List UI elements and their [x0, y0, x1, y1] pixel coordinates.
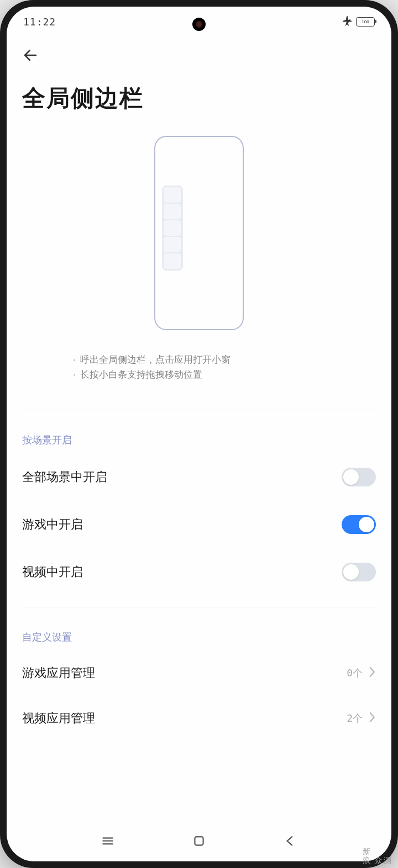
page-title: 全局侧边栏 — [7, 72, 391, 130]
battery-level: 100 — [357, 19, 374, 24]
setting-label: 视频中开启 — [22, 564, 83, 580]
status-time: 11:22 — [23, 16, 56, 28]
nav-home-icon[interactable] — [192, 834, 206, 848]
hint-line-1: 呼出全局侧边栏，点击应用打开小窗 — [73, 352, 325, 367]
setting-label: 游戏应用管理 — [22, 665, 95, 681]
setting-label: 视频应用管理 — [22, 710, 95, 727]
toggle-all-scenes[interactable] — [342, 468, 376, 486]
count-value: 2个 — [347, 712, 363, 725]
mock-phone-outline — [154, 136, 244, 330]
sidebar-cell — [164, 204, 181, 219]
sidebar-cell — [164, 220, 181, 236]
chevron-right-icon — [368, 711, 376, 726]
section-header-custom: 自定义设置 — [7, 607, 391, 650]
setting-row-video[interactable]: 视频中开启 — [7, 548, 391, 596]
sidebar-cell — [164, 187, 181, 203]
setting-label: 全部场景中开启 — [22, 469, 107, 485]
status-icons: 100 — [342, 15, 375, 28]
sidebar-cell — [164, 237, 181, 252]
phone-frame: 11:22 100 全局侧边栏 — [0, 0, 398, 868]
nav-recents-icon[interactable] — [101, 834, 115, 848]
setting-row-video-apps[interactable]: 视频应用管理 2个 — [7, 696, 391, 741]
nav-back-icon[interactable] — [283, 834, 297, 848]
hint-text: 呼出全局侧边栏，点击应用打开小窗 长按小白条支持拖拽移动位置 — [7, 352, 391, 410]
screen: 11:22 100 全局侧边栏 — [7, 7, 391, 861]
row-value: 2个 — [347, 711, 376, 726]
sidebar-cell — [164, 253, 181, 269]
navigation-bar — [7, 834, 391, 848]
sidebar-preview — [162, 186, 183, 271]
airplane-mode-icon — [342, 15, 353, 28]
toggle-game[interactable] — [342, 515, 376, 534]
setting-label: 游戏中开启 — [22, 516, 83, 533]
back-button[interactable] — [22, 44, 44, 66]
setting-row-game-apps[interactable]: 游戏应用管理 0个 — [7, 650, 391, 696]
toggle-video[interactable] — [342, 563, 376, 581]
svg-rect-3 — [195, 837, 203, 845]
setting-row-game[interactable]: 游戏中开启 — [7, 501, 391, 548]
count-value: 0个 — [347, 666, 363, 680]
battery-icon: 100 — [356, 17, 375, 27]
row-value: 0个 — [347, 666, 376, 680]
setting-row-all-scenes[interactable]: 全部场景中开启 — [7, 453, 391, 501]
section-header-scenes: 按场景开启 — [7, 410, 391, 453]
hint-line-2: 长按小白条支持拖拽移动位置 — [73, 367, 325, 382]
chevron-right-icon — [368, 666, 376, 680]
watermark: 新 浪 众测 — [363, 848, 392, 865]
camera-notch — [192, 18, 206, 31]
illustration — [7, 130, 391, 352]
nav-header — [7, 33, 391, 72]
